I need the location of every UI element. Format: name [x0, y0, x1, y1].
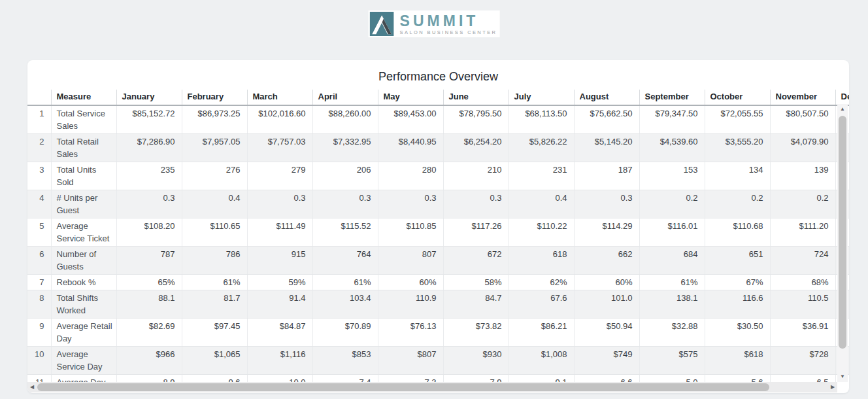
measure-cell: Average Retail Day	[51, 319, 116, 347]
value-cell: $807	[378, 347, 443, 375]
value-cell: 134	[705, 162, 770, 190]
scroll-left-icon[interactable]: ◀	[27, 382, 37, 392]
value-cell: 231	[509, 162, 574, 190]
row-number-cell: 2	[27, 134, 51, 162]
logo-brand-text: SUMMIT	[400, 13, 497, 29]
value-cell: $84.87	[247, 319, 312, 347]
table-row: 6Number of Guests78778691576480767261866…	[27, 247, 849, 275]
table-row: 8Total Shifts Worked88.181.791.4103.4110…	[27, 290, 849, 319]
value-cell: $108.20	[116, 218, 182, 247]
month-column-header: August	[574, 90, 639, 105]
value-cell: 0.3	[312, 190, 378, 218]
value-cell: $7,286.90	[116, 134, 182, 162]
value-cell: $36.91	[770, 319, 835, 347]
value-cell: $7,757.03	[247, 134, 312, 162]
month-column-header: June	[443, 90, 509, 105]
value-cell: $50.94	[574, 319, 639, 347]
scroll-right-icon[interactable]: ▶	[828, 382, 837, 392]
measure-cell: Rebook %	[51, 275, 116, 290]
value-cell: $3,555.20	[705, 134, 770, 162]
value-cell: 58%	[443, 275, 509, 290]
value-cell: 0.4	[509, 190, 574, 218]
value-cell: $115.52	[312, 218, 378, 247]
value-cell: 280	[378, 162, 443, 190]
scroll-down-icon[interactable]: ▼	[837, 372, 848, 382]
value-cell: $85,152.72	[116, 105, 182, 134]
value-cell: $30.50	[705, 319, 770, 347]
value-cell: 764	[312, 247, 378, 275]
month-column-header: October	[705, 90, 770, 105]
value-cell: $728	[770, 347, 835, 375]
value-cell: 60%	[378, 275, 443, 290]
vertical-scrollbar[interactable]: ▲ ▼	[837, 104, 848, 382]
value-cell: $749	[574, 347, 639, 375]
value-cell: 81.7	[182, 290, 247, 319]
value-cell: 276	[182, 162, 247, 190]
corner-header-cell	[27, 90, 51, 105]
value-cell: $70.89	[312, 319, 378, 347]
measure-cell: Average Service Ticket	[51, 218, 116, 247]
value-cell: $110.22	[509, 218, 574, 247]
scroll-up-icon[interactable]: ▲	[837, 104, 848, 114]
table-row: 5Average Service Ticket$108.20$110.65$11…	[27, 218, 849, 247]
value-cell: $88,260.00	[312, 105, 378, 134]
value-cell: $110.65	[182, 218, 247, 247]
horizontal-scroll-thumb[interactable]	[37, 383, 769, 391]
value-cell: $5,826.22	[509, 134, 574, 162]
measure-cell: Total Retail Sales	[51, 134, 116, 162]
month-column-header: December	[835, 90, 849, 105]
value-cell: $110.85	[378, 218, 443, 247]
value-cell: 0.3	[574, 190, 639, 218]
table-row: 9Average Retail Day$82.69$97.45$84.87$70…	[27, 319, 849, 347]
month-column-header: April	[312, 90, 378, 105]
value-cell: $79,347.50	[639, 105, 705, 134]
performance-table: MeasureJanuaryFebruaryMarchAprilMayJuneJ…	[27, 90, 849, 383]
value-cell: $78,795.50	[443, 105, 509, 134]
value-cell: $68,113.50	[509, 105, 574, 134]
value-cell: 0.3	[443, 190, 509, 218]
value-cell: $618	[705, 347, 770, 375]
value-cell: 61%	[312, 275, 378, 290]
month-column-header: July	[509, 90, 574, 105]
summit-mountain-icon	[370, 12, 394, 36]
value-cell: $116.01	[639, 218, 705, 247]
table-row: 10Average Service Day$966$1,065$1,116$85…	[27, 347, 849, 375]
value-cell: 116.6	[705, 290, 770, 319]
measure-cell: Total Units Sold	[51, 162, 116, 190]
table-scroll-area[interactable]: MeasureJanuaryFebruaryMarchAprilMayJuneJ…	[27, 90, 849, 383]
measure-cell: Number of Guests	[51, 247, 116, 275]
month-column-header: March	[247, 90, 312, 105]
measure-cell: Total Service Sales	[51, 105, 116, 134]
value-cell: 684	[639, 247, 705, 275]
value-cell: 101.0	[574, 290, 639, 319]
value-cell: $76.13	[378, 319, 443, 347]
value-cell: $117.26	[443, 218, 509, 247]
month-column-header: January	[116, 90, 182, 105]
measure-cell: # Units per Guest	[51, 190, 116, 218]
value-cell: 187	[574, 162, 639, 190]
value-cell: $930	[443, 347, 509, 375]
row-number-cell: 9	[27, 319, 51, 347]
value-cell: 0.2	[770, 190, 835, 218]
value-cell: 807	[378, 247, 443, 275]
horizontal-scroll-track[interactable]	[37, 383, 828, 391]
value-cell: 59%	[247, 275, 312, 290]
value-cell: 61%	[182, 275, 247, 290]
value-cell: 88.1	[116, 290, 182, 319]
value-cell: 651	[705, 247, 770, 275]
horizontal-scrollbar[interactable]: ◀ ▶	[27, 382, 837, 392]
vertical-scroll-track[interactable]	[839, 114, 846, 372]
table-header-row: MeasureJanuaryFebruaryMarchAprilMayJuneJ…	[27, 90, 849, 105]
value-cell: $114.29	[574, 218, 639, 247]
value-cell: $5,145.20	[574, 134, 639, 162]
value-cell: 68%	[770, 275, 835, 290]
page-title: Performance Overview	[27, 69, 849, 84]
performance-overview-card: Performance Overview MeasureJanuaryFebru…	[27, 60, 849, 393]
value-cell: 206	[312, 162, 378, 190]
vertical-scroll-thumb[interactable]	[839, 116, 846, 349]
value-cell: $32.88	[639, 319, 705, 347]
value-cell: $6,254.20	[443, 134, 509, 162]
value-cell: 786	[182, 247, 247, 275]
value-cell: 0.3	[378, 190, 443, 218]
row-number-cell: 7	[27, 275, 51, 290]
